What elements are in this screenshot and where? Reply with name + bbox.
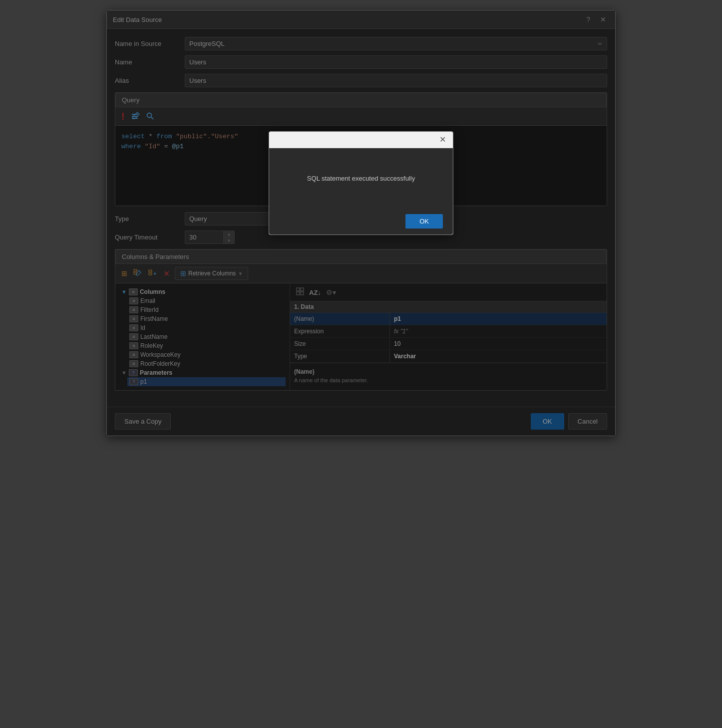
svg-rect-6 xyxy=(134,269,137,271)
id-col-icon: ≡ xyxy=(129,324,138,331)
props-az-sort-button[interactable]: AZ↓ xyxy=(308,287,322,297)
id-label: Id xyxy=(140,324,145,331)
tree-item-filterid[interactable]: ≡ FilterId xyxy=(127,305,286,314)
edit-icon xyxy=(131,112,140,121)
name-in-source-label: Name in Source xyxy=(115,40,185,47)
add-param-svg: + xyxy=(148,269,157,277)
cancel-button[interactable]: Cancel xyxy=(568,413,607,430)
rootfolderkey-label: RootFolderKey xyxy=(140,360,180,367)
tree-item-rootfolderkey[interactable]: ≡ RootFolderKey xyxy=(127,359,286,368)
props-key-name: (Name) xyxy=(290,313,390,325)
svg-rect-9 xyxy=(149,270,152,272)
filterid-label: FilterId xyxy=(140,306,159,313)
query-section-header: Query xyxy=(115,93,607,107)
grid-icon xyxy=(296,287,304,295)
svg-line-5 xyxy=(151,117,153,120)
dialog-title: Edit Data Source xyxy=(113,16,162,23)
tree-item-p1[interactable]: ? p1 xyxy=(127,377,286,386)
lastname-label: LastName xyxy=(140,333,168,340)
dialog-titlebar: Edit Data Source ? ✕ xyxy=(107,10,615,29)
parameters-badge: ? xyxy=(129,369,138,376)
props-help-title: (Name) xyxy=(294,368,603,375)
edit-name-in-source-icon[interactable]: ✏ xyxy=(598,40,603,47)
save-copy-button[interactable]: Save a Copy xyxy=(115,413,171,430)
timeout-spinner-wrapper: ▲ ▼ xyxy=(185,231,235,244)
tree-grid: ▼ ≡ Columns ≡ Email ≡ FilterId xyxy=(115,283,607,390)
timeout-increment-button[interactable]: ▲ xyxy=(223,231,234,238)
svg-rect-14 xyxy=(297,292,300,295)
props-key-expression: Expression xyxy=(290,325,390,337)
rootfolderkey-col-icon: ≡ xyxy=(129,360,138,367)
edit-query-button[interactable] xyxy=(130,111,141,122)
modal-message: SQL statement executed successfully xyxy=(307,175,415,182)
tree-item-lastname[interactable]: ≡ LastName xyxy=(127,332,286,341)
name-in-source-row: Name in Source PostgreSQL ✏ xyxy=(115,37,607,50)
close-button[interactable]: ✕ xyxy=(597,14,609,24)
props-table: 1. Data (Name) p1 Expression fx "1" xyxy=(290,301,607,363)
modal-titlebar: ✕ xyxy=(269,132,453,148)
retrieve-columns-button[interactable]: ⊞ Retrieve Columns ▼ xyxy=(175,267,248,280)
workspacekey-col-icon: ≡ xyxy=(129,351,138,358)
name-input[interactable] xyxy=(185,55,607,69)
timeout-spinner-buttons: ▲ ▼ xyxy=(223,231,234,243)
svg-text:+: + xyxy=(153,270,156,276)
name-in-source-text: PostgreSQL xyxy=(189,40,225,47)
delete-item-button[interactable]: ✕ xyxy=(162,268,171,279)
modal-dialog: ✕ SQL statement executed successfully OK xyxy=(269,131,453,235)
sql-keyword-from: from xyxy=(156,133,172,140)
ok-button[interactable]: OK xyxy=(531,413,564,430)
modal-body: SQL statement executed successfully xyxy=(269,148,453,208)
query-toolbar: ! xyxy=(115,107,607,126)
retrieve-columns-label: Retrieve Columns xyxy=(188,270,236,277)
firstname-label: FirstName xyxy=(140,315,168,322)
svg-rect-12 xyxy=(297,288,300,291)
tree-node-parameters[interactable]: ▼ ? Parameters xyxy=(119,368,286,377)
modal-footer: OK xyxy=(269,208,453,235)
search-query-button[interactable] xyxy=(145,111,156,122)
props-key-type: Type xyxy=(290,350,390,362)
props-row-size[interactable]: Size 10 xyxy=(290,338,607,350)
execute-query-button[interactable]: ! xyxy=(120,110,126,122)
timeout-decrement-button[interactable]: ▼ xyxy=(223,238,234,243)
tree-node-columns[interactable]: ▼ ≡ Columns xyxy=(119,287,286,296)
tree-item-id[interactable]: ≡ Id xyxy=(127,323,286,332)
firstname-col-icon: ≡ xyxy=(129,315,138,322)
name-label: Name xyxy=(115,58,185,66)
alias-input[interactable] xyxy=(185,74,607,87)
add-columns-button[interactable]: ⊞ xyxy=(120,268,128,278)
add-parameter-button[interactable]: + xyxy=(147,268,158,278)
edit-cols-svg xyxy=(133,269,142,277)
folder-columns-icon: ▼ xyxy=(121,289,127,295)
props-row-type[interactable]: Type Varchar xyxy=(290,350,607,363)
main-dialog: Edit Data Source ? ✕ Name in Source Post… xyxy=(106,10,616,436)
delete-icon: ✕ xyxy=(163,269,170,278)
properties-panel: AZ↓ ⚙▾ 1. Data (Name) p1 xyxy=(290,283,607,390)
tree-item-workspacekey[interactable]: ≡ WorkspaceKey xyxy=(127,350,286,359)
email-label: Email xyxy=(140,297,155,304)
props-sort-button[interactable] xyxy=(295,286,305,298)
tree-item-email[interactable]: ≡ Email xyxy=(127,296,286,305)
name-row: Name xyxy=(115,55,607,69)
lastname-col-icon: ≡ xyxy=(129,333,138,340)
props-section-label: 1. Data xyxy=(294,303,314,310)
exclamation-icon: ! xyxy=(121,111,125,121)
alias-row: Alias xyxy=(115,74,607,87)
p1-label: p1 xyxy=(140,378,147,385)
tree-item-rolekey[interactable]: ≡ RoleKey xyxy=(127,341,286,350)
sql-field-id: "Id" xyxy=(145,143,160,150)
tree-item-firstname[interactable]: ≡ FirstName xyxy=(127,314,286,323)
titlebar-buttons: ? ✕ xyxy=(583,14,609,24)
edit-columns-button[interactable] xyxy=(132,268,143,279)
svg-point-4 xyxy=(147,113,151,118)
props-help-text: A name of the data parameter. xyxy=(294,377,603,383)
sql-param-p1: @p1 xyxy=(172,143,183,150)
help-button[interactable]: ? xyxy=(583,14,593,24)
rolekey-label: RoleKey xyxy=(140,342,163,349)
props-row-name[interactable]: (Name) p1 xyxy=(290,313,607,325)
modal-ok-button[interactable]: OK xyxy=(405,214,443,229)
props-row-expression[interactable]: Expression fx "1" xyxy=(290,325,607,338)
modal-close-button[interactable]: ✕ xyxy=(437,136,448,144)
alias-label: Alias xyxy=(115,77,185,84)
props-gear-button[interactable]: ⚙▾ xyxy=(325,287,337,297)
dialog-footer: Save a Copy OK Cancel xyxy=(107,407,615,436)
